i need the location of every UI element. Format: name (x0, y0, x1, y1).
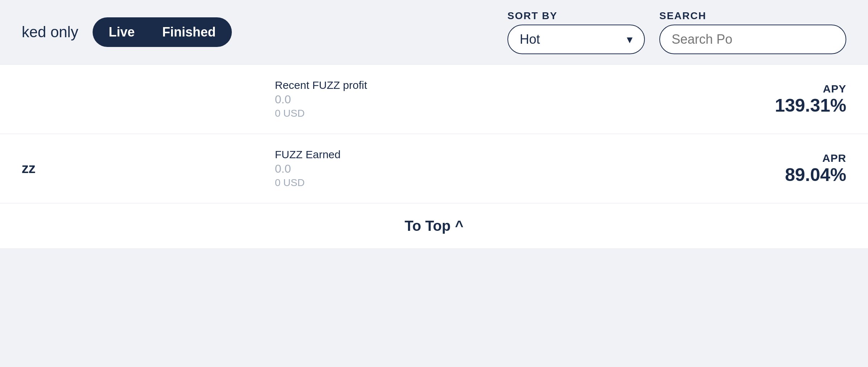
pool-stat-usd-2: 0 USD (275, 177, 702, 189)
pool-stat-value-2: 0.0 (275, 162, 702, 176)
main-content: Recent FUZZ profit 0.0 0 USD APY 139.31%… (0, 64, 868, 367)
sort-section: SORT BY Hot ▾ (507, 10, 645, 54)
live-button[interactable]: Live (95, 20, 148, 45)
rate-value-1: 139.31% (702, 95, 846, 116)
rate-label-1: APY (702, 83, 846, 95)
to-top-section: To Top ^ (0, 203, 868, 249)
rate-value-2: 89.04% (702, 164, 846, 185)
table-row: Recent FUZZ profit 0.0 0 USD APY 139.31% (0, 65, 868, 134)
to-top-button[interactable]: To Top ^ (405, 218, 464, 234)
sort-selected-value: Hot (520, 32, 540, 47)
finished-button[interactable]: Finished (149, 20, 229, 45)
search-section: SEARCH (659, 10, 846, 54)
sort-select[interactable]: Hot ▾ (507, 25, 645, 54)
to-top-label: To Top (405, 218, 451, 234)
table-row: zz FUZZ Earned 0.0 0 USD APR 89.04% (0, 134, 868, 203)
pool-middle-1: Recent FUZZ profit 0.0 0 USD (275, 79, 702, 119)
pool-right-2: APR 89.04% (702, 152, 846, 185)
sort-arrow-icon: ▾ (627, 33, 633, 46)
pool-right-1: APY 139.31% (702, 83, 846, 116)
pool-stat-label-1: Recent FUZZ profit (275, 79, 702, 91)
search-label: SEARCH (659, 10, 846, 22)
pool-stat-value-1: 0.0 (275, 93, 702, 106)
pool-name-2: zz (22, 161, 35, 176)
staked-only-label: ked only (22, 23, 78, 41)
bottom-area (0, 249, 868, 367)
rate-label-2: APR (702, 152, 846, 164)
pool-stat-label-2: FUZZ Earned (275, 148, 702, 161)
to-top-icon: ^ (455, 218, 463, 234)
sort-by-label: SORT BY (507, 10, 645, 22)
pool-left-2: zz (22, 161, 275, 176)
top-bar: ked only Live Finished SORT BY Hot ▾ SEA… (0, 0, 868, 64)
pool-middle-2: FUZZ Earned 0.0 0 USD (275, 148, 702, 189)
pool-stat-usd-1: 0 USD (275, 108, 702, 119)
search-input[interactable] (672, 32, 834, 47)
search-input-container[interactable] (659, 25, 846, 54)
live-finished-toggle: Live Finished (93, 17, 231, 47)
